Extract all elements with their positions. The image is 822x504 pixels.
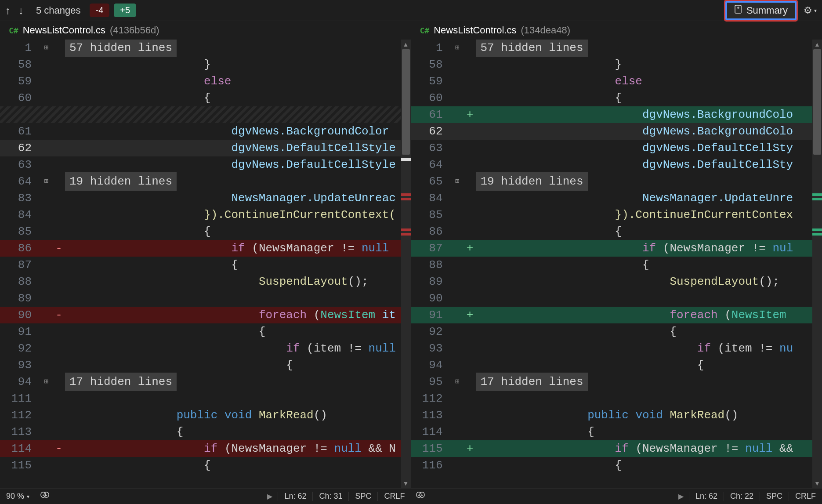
code-line[interactable]: 87 { [0,257,411,273]
code-line[interactable]: 112 public void MarkRead() [0,407,411,424]
line-indicator[interactable]: Ln: 62 [689,492,724,501]
code-line[interactable]: 88 SuspendLayout(); [0,273,411,290]
file-headers: C# NewsListControl.cs (4136b56d) C# News… [0,21,822,40]
code-line[interactable]: 93 { [0,357,411,373]
code-line[interactable]: 59 else [411,73,822,90]
scrollbar-thumb[interactable] [813,49,821,155]
code-line[interactable]: 58 } [411,56,822,73]
scroll-up-icon[interactable]: ▲ [401,40,411,49]
code-line[interactable]: 83 NewsManager.UpdateUnreac [0,190,411,207]
code-line[interactable]: 85 }).ContinueInCurrentContex [411,207,822,223]
code-line[interactable]: 1⊞57 hidden lines [0,40,411,56]
code-line[interactable]: 86 { [411,223,822,240]
code-line[interactable]: 113 public void MarkRead() [411,407,822,424]
code-line[interactable]: 61+ dgvNews.BackgroundColo [411,106,822,123]
settings-gear-button[interactable]: ⚙ ▾ [804,5,817,16]
code-line[interactable]: 95⊞17 hidden lines [411,373,822,390]
hidden-lines-label[interactable]: 17 hidden lines [476,373,588,391]
lineending-indicator[interactable]: CRLF [789,492,822,501]
code-line[interactable]: 111 [0,390,411,407]
hidden-lines-label[interactable]: 57 hidden lines [476,40,588,57]
svg-point-6 [46,495,47,496]
indent-indicator[interactable]: SPC [348,492,377,501]
code-line[interactable]: 64 dgvNews.DefaultCellSty [411,156,822,173]
left-scrollbar[interactable]: ▲ ▼ [401,40,411,488]
code-line[interactable]: 84 }).ContinueInCurrentContext( [0,207,411,223]
scroll-mark-removed [401,193,411,196]
scrollbar-thumb[interactable] [402,49,410,155]
code-line[interactable]: 87+ if (NewsManager != nul [411,240,822,257]
code-line[interactable]: 91 { [0,323,411,340]
hscroll-right-icon[interactable]: ▶ [262,492,278,500]
code-line[interactable]: 93 if (item != nu [411,340,822,357]
code-line[interactable]: 89 SuspendLayout(); [411,273,822,290]
line-indicator[interactable]: Ln: 62 [278,492,312,501]
code-line[interactable]: 115 { [0,457,411,474]
indent-indicator[interactable]: SPC [760,492,789,501]
line-number: 115 [0,457,40,474]
code-text: dgvNews.DefaultCellSty [476,140,793,156]
copilot-icon[interactable] [36,491,54,502]
fold-icon[interactable]: ⊞ [451,40,464,56]
line-number: 85 [0,223,40,240]
copilot-icon[interactable] [411,491,430,502]
code-line[interactable]: 63 dgvNews.DefaultCellSty [411,140,822,156]
code-line[interactable]: 114- if (NewsManager != null && N [0,440,411,457]
scroll-mark [401,158,411,161]
line-number: 1 [411,40,451,56]
code-line[interactable]: 85 { [0,223,411,240]
fold-icon[interactable]: ⊞ [451,373,464,390]
fold-icon[interactable]: ⊞ [40,40,53,56]
code-line[interactable]: 60 { [0,90,411,106]
code-line[interactable]: 60 { [411,90,822,106]
code-line[interactable]: 113 { [0,424,411,440]
code-line[interactable]: 94 { [411,357,822,373]
left-code-area[interactable]: 1⊞57 hidden lines58 }59 else60 {61 dgvNe… [0,40,411,488]
code-line[interactable]: 89 [0,290,411,307]
code-line[interactable] [0,106,411,123]
code-line[interactable]: 92 if (item != null [0,340,411,357]
summary-button[interactable]: Summary [725,1,797,20]
code-line[interactable]: 58 } [0,56,411,73]
code-line[interactable]: 62 dgvNews.DefaultCellStyle [0,140,411,156]
code-line[interactable]: 64⊞19 hidden lines [0,173,411,190]
code-line[interactable]: 90 [411,290,822,307]
code-line[interactable]: 59 else [0,73,411,90]
code-line[interactable]: 94⊞17 hidden lines [0,373,411,390]
code-line[interactable]: 65⊞19 hidden lines [411,173,822,190]
code-line[interactable]: 62 dgvNews.BackgroundColo [411,123,822,140]
code-line[interactable]: 112 [411,390,822,407]
hscroll-right-icon[interactable]: ▶ [673,492,689,500]
zoom-level[interactable]: 90 %▾ [0,492,36,501]
prev-change-arrow-icon[interactable]: ↑ [5,4,11,17]
code-line[interactable]: 90- foreach (NewsItem it [0,307,411,323]
hidden-lines-label[interactable]: 57 hidden lines [65,40,177,57]
column-indicator[interactable]: Ch: 22 [724,492,760,501]
right-scrollbar[interactable]: ▲ ▼ [812,40,822,488]
scroll-down-icon[interactable]: ▼ [401,479,411,488]
code-line[interactable]: 1⊞57 hidden lines [411,40,822,56]
scroll-down-icon[interactable]: ▼ [812,479,822,488]
code-line[interactable]: 88 { [411,257,822,273]
code-line[interactable]: 92 { [411,323,822,340]
right-code-area[interactable]: 1⊞57 hidden lines58 }59 else60 {61+ dgvN… [411,40,822,488]
hidden-lines-label[interactable]: 19 hidden lines [476,172,588,191]
fold-icon[interactable]: ⊞ [40,173,53,190]
lineending-indicator[interactable]: CRLF [377,492,411,501]
code-line[interactable]: 114 { [411,424,822,440]
scroll-up-icon[interactable]: ▲ [812,40,822,49]
next-change-arrow-icon[interactable]: ↓ [18,4,24,17]
code-line[interactable]: 116 { [411,457,822,474]
code-line[interactable]: 86- if (NewsManager != null [0,240,411,257]
code-text: dgvNews.BackgroundColo [476,123,793,140]
code-line[interactable]: 84 NewsManager.UpdateUnre [411,190,822,207]
hidden-lines-label[interactable]: 19 hidden lines [65,172,177,191]
code-line[interactable]: 63 dgvNews.DefaultCellStyle [0,156,411,173]
column-indicator[interactable]: Ch: 31 [312,492,348,501]
code-line[interactable]: 61 dgvNews.BackgroundColor [0,123,411,140]
fold-icon[interactable]: ⊞ [40,373,53,390]
code-line[interactable]: 91+ foreach (NewsItem [411,307,822,323]
fold-icon[interactable]: ⊞ [451,173,464,190]
code-line[interactable]: 115+ if (NewsManager != null && [411,440,822,457]
hidden-lines-label[interactable]: 17 hidden lines [65,373,177,391]
